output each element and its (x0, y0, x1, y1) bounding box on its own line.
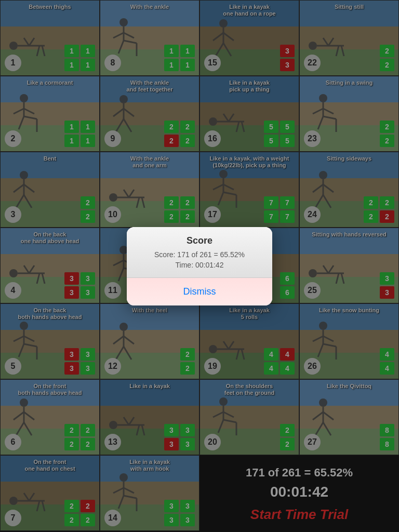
modal-time-line: Time: 00:01:42 (135, 261, 264, 269)
modal-overlay: Score Score: 171 of 261 = 65.52% Time: 0… (0, 0, 399, 532)
modal-title: Score (135, 235, 264, 246)
score-modal: Score Score: 171 of 261 = 65.52% Time: 0… (127, 227, 272, 305)
modal-body[interactable]: Dismiss (127, 278, 272, 305)
dismiss-button[interactable]: Dismiss (135, 286, 264, 297)
modal-score-line: Score: 171 of 261 = 65.52% (135, 250, 264, 259)
modal-header: Score Score: 171 of 261 = 65.52% Time: 0… (127, 227, 272, 278)
